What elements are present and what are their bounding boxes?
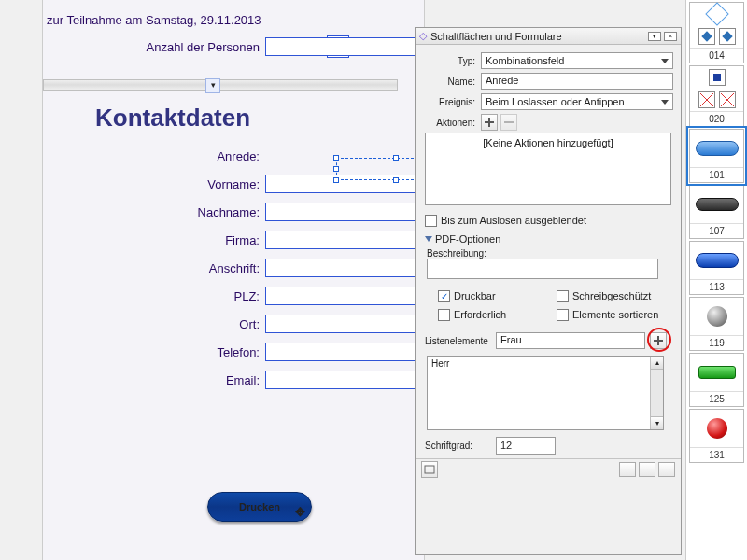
collapse-button[interactable]: ▾	[648, 32, 661, 41]
panel-icon: ◇	[419, 30, 427, 42]
cursor-icon: ✥	[295, 505, 305, 519]
panel-footer	[416, 458, 681, 479]
swatch-icon[interactable]	[719, 28, 736, 45]
persons-field[interactable]	[265, 37, 424, 56]
ereignis-select[interactable]: Beim Loslassen oder Antippen	[481, 93, 673, 110]
chevron-down-icon	[661, 59, 669, 63]
palette-label: 113	[690, 279, 743, 294]
pdf-options-header[interactable]: PDF-Optionen	[423, 230, 673, 246]
add-action-button[interactable]	[481, 114, 498, 131]
typ-value: Kombinationsfeld	[486, 55, 564, 66]
email-field[interactable]	[265, 371, 424, 389]
palette-group-selected[interactable]: 101	[689, 129, 744, 183]
email-label: Email:	[43, 373, 265, 387]
print-button[interactable]: Drucken ✥	[207, 492, 312, 522]
firma-field[interactable]	[265, 231, 424, 249]
list-items-box[interactable]: Herr ▴ ▾	[427, 356, 664, 430]
divider-dropdown[interactable]: ▾	[205, 78, 220, 93]
palette-label: 119	[690, 335, 743, 350]
erforderlich-label: Erforderlich	[454, 309, 506, 320]
palette-group[interactable]: 107	[689, 185, 744, 239]
schriftgrad-select[interactable]: 12	[496, 437, 556, 455]
section-title: Kontaktdaten	[43, 96, 424, 142]
anschrift-field[interactable]	[265, 259, 424, 277]
anschrift-label: Anschrift:	[43, 261, 265, 275]
typ-label: Typ:	[423, 56, 481, 66]
palette-group[interactable]: 014	[689, 2, 744, 63]
palette-label: 131	[690, 447, 743, 462]
sortieren-checkbox[interactable]	[557, 309, 569, 321]
swatch-icon[interactable]	[698, 28, 715, 45]
ereignis-value: Beim Loslassen oder Antippen	[486, 96, 625, 107]
palette-label: 101	[690, 167, 743, 182]
swatch-icon[interactable]	[698, 91, 715, 108]
button-preview	[707, 306, 727, 327]
schriftgrad-label: Schriftgrad:	[425, 441, 496, 451]
footer-btn-1[interactable]	[619, 462, 636, 477]
svg-rect-0	[425, 466, 434, 473]
hidden-checkbox[interactable]	[425, 215, 437, 227]
footer-btn-2[interactable]	[639, 462, 655, 477]
telefon-field[interactable]	[265, 343, 424, 361]
druckbar-checkbox[interactable]: ✓	[438, 290, 450, 302]
sortieren-label: Elemente sortieren	[572, 309, 658, 320]
anrede-label: Anrede:	[43, 149, 265, 163]
nachname-label: Nachname:	[43, 205, 265, 219]
close-button[interactable]: ×	[664, 32, 677, 41]
schreib-label: Schreibgeschützt	[572, 290, 651, 301]
list-item[interactable]: Herr	[428, 357, 663, 371]
pdf-options-label: PDF-Optionen	[435, 233, 500, 245]
listenelemente-input[interactable]: Frau	[496, 332, 645, 349]
panel-titlebar[interactable]: ◇ Schaltflächen und Formulare ▾ ×	[416, 28, 681, 45]
telefon-label: Telefon:	[43, 345, 265, 359]
palette-label: 125	[690, 391, 743, 406]
panel-title: Schaltflächen und Formulare	[430, 31, 562, 42]
hidden-label: Bis zum Auslösen ausgeblendet	[441, 215, 586, 226]
swatch-icon[interactable]	[719, 91, 736, 108]
swatch-icon[interactable]	[709, 69, 726, 86]
buttons-forms-panel: ◇ Schaltflächen und Formulare ▾ × Typ: K…	[415, 27, 682, 555]
swatch-icon[interactable]	[705, 2, 728, 25]
name-value: Anrede	[486, 75, 518, 86]
listenelemente-value: Frau	[500, 334, 522, 345]
preview-button[interactable]	[421, 461, 438, 478]
scroll-up-button[interactable]: ▴	[651, 357, 663, 370]
print-button-label: Drucken	[239, 501, 280, 512]
palette-group[interactable]: 125	[689, 353, 744, 407]
triangle-down-icon	[425, 236, 432, 242]
scroll-down-button[interactable]: ▾	[651, 416, 663, 429]
ort-field[interactable]	[265, 315, 424, 333]
nachname-field[interactable]	[265, 203, 424, 221]
plz-label: PLZ:	[43, 289, 265, 303]
trash-button[interactable]	[658, 462, 675, 477]
add-list-item-button[interactable]	[650, 332, 667, 349]
section-divider: ▾	[43, 79, 398, 91]
palette-group[interactable]: 131	[689, 409, 744, 463]
erforderlich-checkbox[interactable]	[438, 309, 450, 321]
palette-group[interactable]: 119	[689, 297, 744, 351]
schreib-checkbox[interactable]	[557, 290, 569, 302]
palette-group[interactable]: 113	[689, 241, 744, 295]
vorname-label: Vorname:	[43, 177, 265, 191]
listenelemente-label: Listenelemente	[425, 336, 496, 346]
button-preview	[698, 366, 736, 379]
palette-label: 020	[690, 111, 743, 126]
palette-group[interactable]: 020	[689, 65, 744, 127]
saturday-label: zur Teilnahme am Samstag, 29.11.2013	[43, 0, 424, 33]
druckbar-label: Druckbar	[454, 290, 496, 301]
button-preview	[696, 198, 739, 211]
persons-label: Anzahl der Personen	[43, 40, 265, 54]
actions-list[interactable]: [Keine Aktionen hinzugefügt]	[425, 133, 671, 205]
list-scrollbar[interactable]: ▴ ▾	[650, 357, 663, 429]
form-document: zur Teilnahme am Samstag, 29.11.2013 Anz…	[42, 0, 425, 560]
name-input[interactable]: Anrede	[481, 73, 673, 90]
button-preview	[696, 141, 739, 156]
beschreibung-input[interactable]	[427, 259, 658, 279]
delete-action-button[interactable]	[500, 114, 517, 131]
palette-label: 107	[690, 223, 743, 238]
plz-field[interactable]	[265, 287, 424, 305]
chevron-down-icon	[661, 100, 669, 105]
typ-select[interactable]: Kombinationsfeld	[481, 52, 673, 69]
ereignis-label: Ereignis:	[423, 97, 481, 107]
beschreibung-label: Beschreibung:	[423, 246, 673, 259]
